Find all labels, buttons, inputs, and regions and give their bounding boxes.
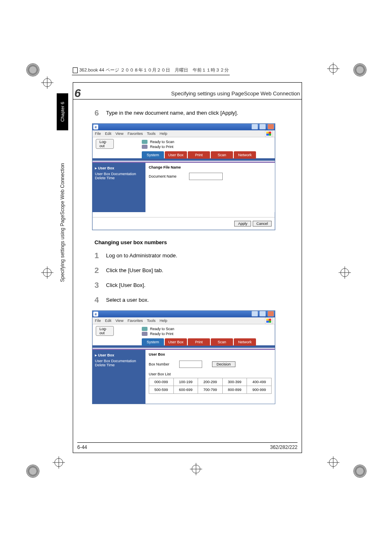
status-scan: Ready to Scan	[142, 327, 272, 331]
logout-button[interactable]: Log-out	[96, 326, 114, 336]
page-icon	[73, 67, 78, 73]
left-nav: User Box User Box Documentation Delete T…	[92, 163, 145, 212]
close-icon[interactable]	[267, 124, 274, 130]
ie-icon: e	[93, 312, 98, 317]
status-scan: Ready to Scan	[142, 140, 272, 144]
step-number: 6	[95, 109, 106, 118]
menu-favorites[interactable]: Favorites	[127, 319, 143, 323]
menu-view[interactable]: View	[115, 319, 123, 323]
crop-target	[189, 462, 203, 476]
tab-scan[interactable]: Scan	[211, 151, 233, 159]
screenshot-change-file-name: e File Edit View Favorites Tools Help Re…	[92, 123, 275, 230]
panel-title: User Box	[149, 352, 272, 356]
range-cell[interactable]: 000-099	[149, 378, 174, 386]
tab-network[interactable]: Network	[234, 338, 256, 346]
tab-print[interactable]: Print	[188, 338, 210, 346]
crop-target	[326, 456, 340, 469]
step-number: 4	[95, 296, 106, 305]
crop-target-tr	[353, 63, 367, 76]
main-tabs: System User Box Print Scan Network	[92, 151, 275, 159]
step-6: 6 Type in the new document name, and the…	[95, 109, 297, 118]
tab-print[interactable]: Print	[188, 151, 210, 159]
maximize-icon[interactable]	[259, 124, 266, 130]
menu-help[interactable]: Help	[159, 319, 167, 323]
screenshot-user-box-list: e File Edit View Favorites Tools Help Re…	[92, 310, 275, 404]
decision-button[interactable]: Decision	[212, 361, 235, 367]
minimize-icon[interactable]	[251, 311, 258, 317]
cancel-button[interactable]: Cancel	[253, 221, 272, 227]
user-box-list-table: 000-099 100-199 200-299 300-399 400-499 …	[149, 378, 272, 394]
range-cell[interactable]: 500-599	[149, 386, 174, 394]
close-icon[interactable]	[267, 311, 274, 317]
ie-menubar: File Edit View Favorites Tools Help	[92, 130, 275, 137]
nav-doc-delete-time[interactable]: User Box Documentation Delete Time	[95, 358, 143, 368]
range-cell[interactable]: 200-299	[198, 378, 223, 386]
range-cell[interactable]: 400-499	[247, 378, 272, 386]
crop-target	[40, 76, 54, 90]
printer-icon	[142, 332, 148, 336]
subheading-changing-user-box-numbers: Changing user box numbers	[95, 239, 297, 245]
menu-file[interactable]: File	[95, 132, 101, 136]
step-number: 1	[95, 251, 106, 260]
step-text: Select a user box.	[106, 296, 297, 305]
chapter-side-tab: Chapter 6	[57, 93, 68, 130]
nav-doc-delete-time[interactable]: User Box Documentation Delete Time	[95, 171, 143, 181]
menu-tools[interactable]: Tools	[147, 319, 155, 323]
menu-file[interactable]: File	[95, 319, 101, 323]
tab-system[interactable]: System	[142, 151, 164, 159]
menu-tools[interactable]: Tools	[147, 132, 155, 136]
crop-target	[338, 266, 352, 280]
chapter-number: 6	[74, 87, 81, 100]
menu-edit[interactable]: Edit	[105, 132, 112, 136]
document-name-input[interactable]	[189, 173, 223, 180]
crop-target	[40, 266, 54, 280]
menu-view[interactable]: View	[115, 132, 123, 136]
table-row: 500-599 600-699 700-799 800-899 900-999	[149, 386, 272, 394]
scanner-icon	[142, 327, 148, 331]
crop-target-bl	[26, 465, 39, 478]
apply-button[interactable]: Apply	[234, 221, 251, 227]
table-row: 000-099 100-199 200-299 300-399 400-499	[149, 378, 272, 386]
range-cell[interactable]: 300-399	[222, 378, 247, 386]
menu-edit[interactable]: Edit	[105, 319, 112, 323]
window-titlebar: e	[92, 311, 275, 317]
page-number: 6-44	[77, 444, 87, 450]
tab-network[interactable]: Network	[234, 151, 256, 159]
menu-favorites[interactable]: Favorites	[127, 132, 143, 136]
step-number: 3	[95, 281, 106, 290]
ie-icon: e	[93, 125, 98, 130]
step-text: Click the [User Box] tab.	[106, 266, 297, 275]
left-nav: User Box User Box Documentation Delete T…	[92, 350, 145, 404]
field-label-document-name: Document Name	[149, 174, 177, 178]
nav-user-box[interactable]: User Box	[95, 165, 143, 171]
box-number-label: Box Number	[149, 362, 169, 366]
step-number: 2	[95, 266, 106, 275]
window-controls	[251, 311, 274, 317]
nav-user-box[interactable]: User Box	[95, 352, 143, 358]
framemaker-annotation: 362.book 44 ページ ２００８年１０月２０日 月曜日 午前１１時３２分	[72, 66, 230, 75]
range-cell[interactable]: 100-199	[173, 378, 198, 386]
tab-system[interactable]: System	[142, 338, 164, 346]
box-number-input[interactable]	[179, 361, 202, 368]
section-side-label: Specifying settings using PageScope Web …	[57, 136, 68, 309]
step-4: 4 Select a user box.	[95, 296, 297, 305]
crop-target-br	[353, 465, 367, 478]
tab-scan[interactable]: Scan	[211, 338, 233, 346]
panel-title: Change File Name	[149, 165, 272, 169]
menu-help[interactable]: Help	[159, 132, 167, 136]
range-cell[interactable]: 900-999	[247, 386, 272, 394]
step-2: 2 Click the [User Box] tab.	[95, 266, 297, 275]
page-footer: 6-44 362/282/222	[77, 442, 297, 450]
minimize-icon[interactable]	[251, 124, 258, 130]
maximize-icon[interactable]	[259, 311, 266, 317]
tab-user-box[interactable]: User Box	[165, 151, 187, 159]
range-cell[interactable]: 700-799	[198, 386, 223, 394]
step-1: 1 Log on to Administrator mode.	[95, 251, 297, 260]
tab-user-box[interactable]: User Box	[165, 338, 187, 346]
range-cell[interactable]: 800-899	[222, 386, 247, 394]
step-3: 3 Click [User Box].	[95, 281, 297, 290]
logout-button[interactable]: Log-out	[96, 139, 114, 149]
range-cell[interactable]: 600-699	[173, 386, 198, 394]
status-print: Ready to Print	[142, 332, 272, 336]
main-tabs: System User Box Print Scan Network	[92, 338, 275, 346]
